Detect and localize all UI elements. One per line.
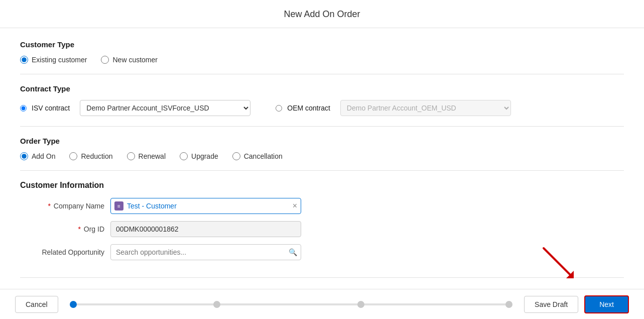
cancellation-option[interactable]: Cancellation xyxy=(232,152,283,160)
related-opportunity-row: Related Opportunity 🔍 xyxy=(20,244,624,260)
save-draft-button[interactable]: Save Draft xyxy=(524,296,578,313)
related-opportunity-label: Related Opportunity xyxy=(20,248,110,256)
order-type-label: Order Type xyxy=(20,137,624,145)
contract-type-label: Contract Type xyxy=(20,84,624,93)
org-id-row: * Org ID xyxy=(20,221,624,237)
customer-info-section: Customer Information * Company Name ≡ × … xyxy=(20,181,624,278)
addon-label: Add On xyxy=(32,152,55,160)
upgrade-option[interactable]: Upgrade xyxy=(180,152,218,160)
progress-dot-4 xyxy=(505,301,512,308)
existing-customer-option[interactable]: Existing customer xyxy=(20,56,87,64)
existing-customer-label: Existing customer xyxy=(32,56,87,64)
progress-dot-1 xyxy=(70,301,77,308)
isv-contract-label: ISV contract xyxy=(32,104,70,112)
reduction-radio[interactable] xyxy=(69,152,77,160)
org-id-label: * Org ID xyxy=(20,225,110,233)
company-name-row: * Company Name ≡ × xyxy=(20,198,624,214)
page-title: New Add On Order xyxy=(0,0,644,28)
reduction-label: Reduction xyxy=(81,152,112,160)
renewal-radio[interactable] xyxy=(127,152,135,160)
company-name-label: * Company Name xyxy=(20,202,110,210)
company-icon: ≡ xyxy=(114,201,123,210)
cancellation-radio[interactable] xyxy=(232,152,240,160)
search-icon: 🔍 xyxy=(289,248,297,256)
cancellation-label: Cancellation xyxy=(244,152,283,160)
progress-dot-3 xyxy=(357,301,364,308)
order-type-section: Order Type Add On Reduction Renewal Upgr… xyxy=(20,137,624,171)
company-clear-icon[interactable]: × xyxy=(293,202,297,210)
related-opportunity-wrapper: 🔍 xyxy=(110,244,301,260)
isv-contract-radio[interactable] xyxy=(20,105,27,112)
oem-contract-dropdown[interactable]: Demo Partner Account_OEM_USD xyxy=(340,100,511,116)
footer-right: Save Draft Next xyxy=(524,295,629,313)
existing-customer-radio[interactable] xyxy=(20,56,28,64)
customer-type-label: Customer Type xyxy=(20,40,624,49)
renewal-option[interactable]: Renewal xyxy=(127,152,166,160)
isv-contract-dropdown[interactable]: Demo Partner Account_ISVForce_USD xyxy=(80,100,250,116)
upgrade-radio[interactable] xyxy=(180,152,188,160)
new-customer-radio[interactable] xyxy=(101,56,109,64)
cancel-button[interactable]: Cancel xyxy=(15,296,58,313)
footer: Cancel Save Draft Next xyxy=(0,289,644,319)
new-customer-label: New customer xyxy=(112,56,157,64)
company-name-input[interactable] xyxy=(110,198,301,214)
order-type-radio-group: Add On Reduction Renewal Upgrade Cancell… xyxy=(20,152,624,160)
upgrade-label: Upgrade xyxy=(191,152,218,160)
oem-contract-radio[interactable] xyxy=(276,105,282,112)
new-customer-option[interactable]: New customer xyxy=(101,56,157,64)
customer-type-radio-group: Existing customer New customer xyxy=(20,56,624,64)
addon-option[interactable]: Add On xyxy=(20,152,55,160)
reduction-option[interactable]: Reduction xyxy=(69,152,112,160)
addon-radio[interactable] xyxy=(20,152,28,160)
related-opportunity-input[interactable] xyxy=(110,244,301,260)
progress-track xyxy=(73,303,509,305)
required-star-org: * xyxy=(78,225,80,233)
progress-dot-2 xyxy=(213,301,220,308)
org-id-input[interactable] xyxy=(110,221,301,237)
required-star: * xyxy=(48,202,51,210)
renewal-label: Renewal xyxy=(139,152,166,160)
customer-type-section: Customer Type Existing customer New cust… xyxy=(20,40,624,74)
contract-type-row: ISV contract Demo Partner Account_ISVFor… xyxy=(20,100,624,116)
customer-info-label: Customer Information xyxy=(20,181,624,190)
isv-contract-option[interactable]: ISV contract xyxy=(20,104,70,112)
oem-contract-option[interactable]: OEM contract xyxy=(276,104,330,112)
contract-type-section: Contract Type ISV contract Demo Partner … xyxy=(20,84,624,127)
oem-contract-label: OEM contract xyxy=(287,104,330,112)
next-button[interactable]: Next xyxy=(584,295,629,313)
company-name-input-wrapper: ≡ × xyxy=(110,198,301,214)
